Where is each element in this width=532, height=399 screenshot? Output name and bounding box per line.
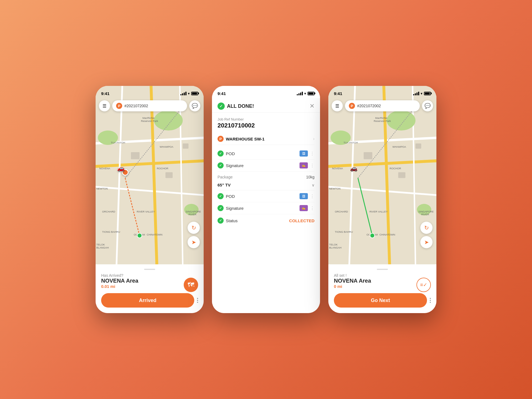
pod-photo-icon-2[interactable]: 🖼 (300, 193, 308, 199)
status-icons-1: ▾ (180, 91, 198, 96)
pod-more-1[interactable]: ⋮ (310, 151, 314, 156)
svg-rect-44 (415, 144, 421, 149)
chevron-right-icon: › (313, 136, 314, 141)
go-next-button[interactable]: Go Next (334, 293, 427, 308)
svg-text:WHAMPOA: WHAMPOA (160, 145, 173, 148)
package-row: Package 10kg (218, 172, 314, 181)
chat-icon-3: 💬 (424, 103, 431, 109)
map-button-1[interactable]: 🗺 (184, 278, 198, 292)
svg-text:RIVER: RIVER (421, 213, 429, 216)
green-check-circle: ✓ (218, 103, 225, 110)
bottom-main-1: Has Arrived? NOVENA Area 0.01 mi 🗺 (101, 273, 198, 292)
bottom-handle-1 (144, 269, 155, 270)
refresh-button-1[interactable]: ↻ (188, 222, 200, 234)
svg-text:CHINATOWN: CHINATOWN (380, 233, 395, 236)
sig-more-2[interactable]: ⋮ (310, 206, 314, 211)
status-time-1: 9:41 (101, 91, 109, 96)
chat-button-3[interactable]: 💬 (422, 100, 433, 111)
bottom-label-3: All set ! (334, 273, 413, 278)
refresh-button-3[interactable]: ↻ (420, 222, 433, 234)
search-bar-3[interactable]: P #2021072002 (345, 100, 420, 111)
pod-check-2: ✓ (218, 193, 224, 199)
menu-icon-3: ☰ (335, 103, 339, 109)
search-text-1: #2021072002 (124, 104, 148, 108)
svg-text:MacRichie: MacRichie (142, 117, 155, 119)
signal-icon-2 (297, 92, 303, 95)
dots-menu-3[interactable] (430, 298, 431, 303)
status-check: ✓ (218, 218, 224, 224)
svg-text:CHINATOWN: CHINATOWN (147, 233, 163, 236)
chat-icon-1: 💬 (192, 103, 198, 109)
bottom-handle-3 (377, 269, 388, 270)
svg-text:TIONG BAHRU: TIONG BAHRU (335, 231, 353, 233)
status-collected: COLLECTED (289, 218, 314, 223)
bottom-side-1: 🗺 (184, 278, 198, 292)
svg-text:SINGAPORE: SINGAPORE (418, 210, 434, 213)
warehouse-row[interactable]: P WAREHOUSE SW-1 › (218, 133, 314, 145)
pod-right-2: 🖼 ⋮ (300, 193, 314, 199)
bottom-panel-3: All set ! NOVENA Area 0 mi ≡✓ Go Next (328, 264, 436, 313)
menu-button-3[interactable]: ☰ (332, 100, 343, 111)
svg-text:WHAMPOA: WHAMPOA (392, 145, 406, 148)
bottom-main-3: All set ! NOVENA Area 0 mi ≡✓ (334, 273, 431, 292)
sig-more-1[interactable]: ⋮ (310, 163, 314, 168)
pod-more-2[interactable]: ⋮ (310, 194, 314, 199)
menu-icon-1: ☰ (103, 103, 106, 109)
chat-button-1[interactable]: 💬 (189, 100, 200, 111)
svg-text:RIVER VALLEY: RIVER VALLEY (137, 210, 155, 213)
car-icon-3: 🚗 (350, 165, 357, 172)
svg-text:TELOK: TELOK (329, 243, 338, 246)
bottom-panel-1: Has Arrived? NOVENA Area 0.01 mi 🗺 Arriv… (96, 264, 204, 313)
menu-button-1[interactable]: ☰ (99, 100, 110, 111)
tv-row[interactable]: 65" TV ∨ (218, 181, 314, 190)
svg-text:NEWTON: NEWTON (329, 187, 341, 190)
map-top-bar-1: ☰ P #2021072002 💬 (96, 98, 204, 114)
ref-number: 20210710002 (218, 122, 314, 129)
svg-text:MacRichie: MacRichie (375, 117, 387, 119)
locate-button-1[interactable]: ➤ (188, 236, 200, 248)
pod-label-2: POD (226, 194, 235, 199)
checklist-button-3[interactable]: ≡✓ (416, 278, 431, 292)
pod-check-1: ✓ (218, 150, 224, 157)
phone-2: 9:41 ▾ ✓ AL (212, 86, 320, 313)
p-logo-1: P (116, 103, 122, 109)
sig-row-2: ✓ Signature ✍ ⋮ (218, 202, 314, 214)
pod-label-1: POD (226, 151, 235, 156)
warehouse-name: WAREHOUSE SW-1 (226, 137, 265, 141)
svg-rect-42 (364, 152, 372, 159)
locate-button-3[interactable]: ➤ (420, 236, 433, 248)
dots-menu-1[interactable] (197, 298, 198, 303)
battery-icon-2 (308, 92, 314, 95)
pod-photo-icon-1[interactable]: 🖼 (300, 150, 308, 157)
battery-icon-1 (191, 92, 198, 95)
svg-text:ORCHARD: ORCHARD (335, 210, 348, 213)
svg-text:SINGAPORE: SINGAPORE (186, 210, 201, 213)
sig-label-1: Signature (226, 163, 244, 168)
status-bar-1: 9:41 ▾ (96, 86, 204, 98)
search-text-3: #2021072002 (357, 104, 381, 108)
bottom-dist-1: 0.01 mi (101, 284, 180, 289)
sig-right-1: ✍ ⋮ (300, 162, 314, 168)
map-area-1: MacRichie Reservoir Park TUA PAYOH WHAMP… (96, 86, 204, 264)
status-icons-2: ▾ (297, 91, 314, 96)
sig-photo-icon-2[interactable]: ✍ (300, 205, 308, 211)
p-logo-2: P (218, 136, 224, 142)
package-weight: 10kg (306, 175, 314, 179)
all-done-title-row: ✓ ALL DONE! (218, 103, 254, 110)
wifi-icon-2: ▾ (304, 91, 306, 96)
sig-left-2: ✓ Signature (218, 205, 244, 211)
search-bar-1[interactable]: P #2021072002 (112, 100, 187, 111)
svg-rect-11 (165, 172, 173, 178)
sig-right-2: ✍ ⋮ (300, 205, 314, 211)
sig-left-1: ✓ Signature (218, 162, 244, 168)
pod-left-2: ✓ POD (218, 193, 235, 199)
svg-point-63 (370, 233, 375, 238)
svg-text:BLANGAH: BLANGAH (329, 246, 342, 249)
close-button[interactable]: ✕ (310, 103, 314, 109)
arrived-button[interactable]: Arrived (101, 293, 194, 308)
sig-photo-icon-1[interactable]: ✍ (300, 162, 308, 168)
svg-rect-12 (183, 144, 188, 149)
svg-point-31 (137, 233, 142, 238)
svg-text:NOVENA: NOVENA (99, 167, 110, 170)
svg-text:NOVENA: NOVENA (332, 167, 343, 170)
